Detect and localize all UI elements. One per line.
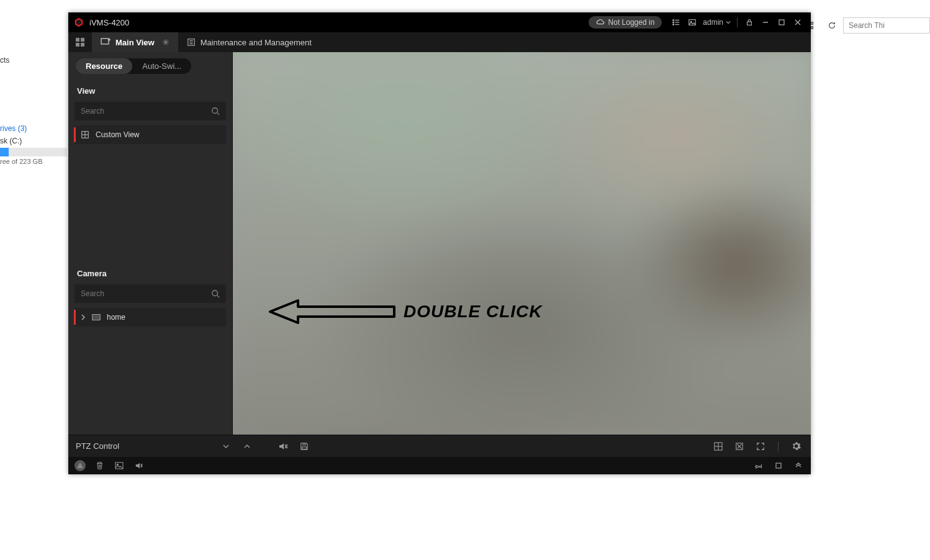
svg-point-22 [109,39,110,40]
list-item-label: home [107,313,125,322]
chevron-right-icon[interactable] [81,314,86,320]
view-search[interactable] [74,102,226,120]
tab-row: Main View Maintenance and Management [68,32,811,52]
svg-point-48 [117,464,118,465]
video-view[interactable]: DOUBLE CLICK [232,52,811,435]
bottom-bar: PTZ Control [68,435,811,457]
drives-header: rives (3) [0,122,68,135]
search-icon[interactable] [211,289,220,298]
svg-rect-36 [94,315,99,318]
camera-search-input[interactable] [81,289,211,298]
layout-grid-icon[interactable] [711,439,726,454]
maximize-button[interactable] [774,14,790,30]
camera-search[interactable] [74,284,226,303]
titlebar: iVMS-4200 Not Logged in admin [68,12,811,32]
svg-line-34 [217,296,220,298]
restore-window-icon[interactable] [772,459,785,472]
picture-icon[interactable] [684,14,700,30]
segment-autoswitch[interactable]: Auto-Swi... [132,58,191,74]
ptz-label: PTZ Control [76,441,119,451]
collapse-up-icon[interactable] [792,459,805,472]
drive-item[interactable]: sk (C:) [0,135,68,147]
pin-icon[interactable] [752,459,765,472]
drive-usage-bar [0,148,67,156]
refresh-icon[interactable] [826,19,838,32]
segment-toggle: Resource Auto-Swi... [68,52,232,80]
device-icon [92,314,101,321]
svg-rect-18 [81,38,84,42]
chevron-up-icon[interactable] [240,439,255,454]
svg-rect-10 [689,20,696,25]
tab-label: Main View [115,38,155,47]
explorer-toolbar [808,17,930,34]
app-title: iVMS-4200 [89,18,129,27]
monitor-icon [101,38,111,47]
minimize-button[interactable] [757,14,774,30]
app-window: iVMS-4200 Not Logged in admin [68,12,811,474]
status-bar [68,457,811,474]
view-search-input[interactable] [81,107,211,115]
explorer-search-input[interactable] [843,17,930,34]
app-body: Resource Auto-Swi... View Custom View [68,52,811,435]
sidebar: Resource Auto-Swi... View Custom View [68,52,232,435]
chevron-down-icon[interactable] [219,439,233,454]
camera-section-header: Camera [68,263,232,284]
stop-all-icon[interactable] [732,439,747,454]
user-menu[interactable]: admin [703,18,731,27]
svg-point-5 [673,22,674,23]
list-item-custom-view[interactable]: Custom View [74,125,226,144]
lock-icon[interactable] [741,14,757,30]
gear-icon[interactable] [788,439,803,454]
svg-rect-19 [76,43,79,47]
mute-icon[interactable] [276,439,291,454]
svg-rect-20 [81,43,84,47]
desktop-text: cts [0,56,68,65]
svg-point-28 [212,108,218,114]
settings-panel-icon [187,38,196,47]
login-status-pill[interactable]: Not Logged in [589,16,662,29]
fullscreen-icon[interactable] [753,439,768,454]
view-list: Custom View [68,125,232,147]
apps-grid-icon[interactable] [73,35,87,49]
svg-point-33 [212,291,218,296]
tab-label: Maintenance and Management [201,38,312,47]
list-item-home[interactable]: home [74,308,226,327]
cloud-icon [596,18,605,27]
segment-resource[interactable]: Resource [76,58,132,74]
view-section-header: View [68,80,232,102]
list-item-label: Custom View [96,130,139,139]
list-icon[interactable] [668,14,684,30]
svg-rect-51 [776,463,781,468]
search-icon[interactable] [211,107,220,115]
drive-free-text: ree of 223 GB [0,158,68,165]
svg-point-4 [673,20,674,21]
svg-rect-40 [302,446,307,449]
svg-rect-39 [302,443,305,445]
svg-line-29 [217,113,220,115]
trash-icon[interactable] [93,459,106,472]
app-logo-icon [73,17,84,28]
image-icon[interactable] [113,459,125,472]
tab-maintenance[interactable]: Maintenance and Management [178,32,320,52]
login-status-text: Not Logged in [608,18,655,27]
tab-main-view[interactable]: Main View [92,32,178,52]
svg-rect-14 [779,20,784,25]
chevron-down-icon [726,20,731,25]
desktop-left-panel: cts rives (3) sk (C:) ree of 223 GB [0,56,68,165]
tab-close-icon[interactable] [162,38,169,46]
sound-off-icon[interactable] [133,459,145,472]
camera-list: home [68,308,232,329]
svg-point-6 [673,24,674,25]
close-button[interactable] [790,14,806,30]
user-label: admin [703,18,723,27]
svg-rect-12 [747,22,752,25]
svg-rect-17 [76,38,79,42]
svg-rect-21 [101,38,109,44]
alarm-icon[interactable] [74,460,86,471]
save-icon[interactable] [297,439,312,454]
layout-icon [81,130,89,139]
